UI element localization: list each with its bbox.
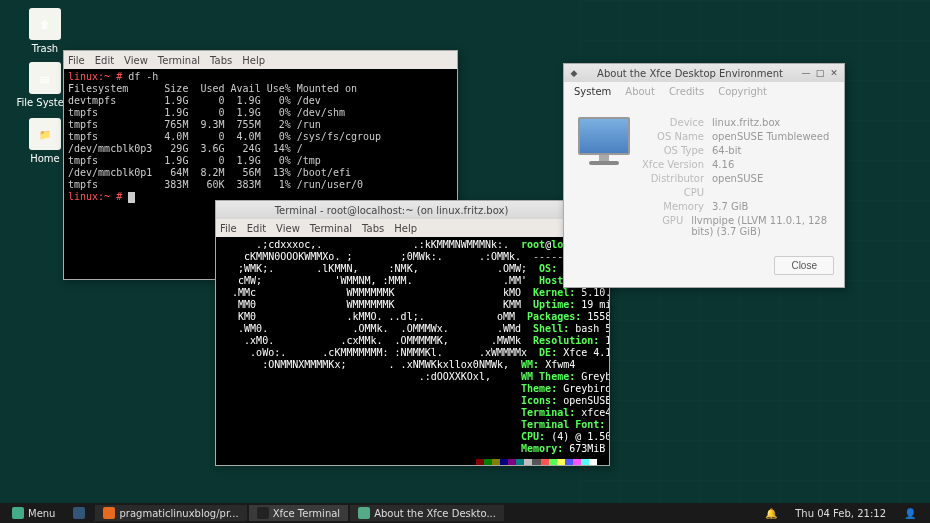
drive-icon: 🖴 [29,62,61,94]
taskbar-item-label: pragmaticlinuxblog/pr... [119,508,238,519]
tab-copyright[interactable]: Copyright [718,86,767,97]
menu-edit[interactable]: Edit [247,223,266,234]
info-key: OS Type [642,145,712,156]
menu-view[interactable]: View [276,223,300,234]
terminal-output[interactable]: .;cdxxxoc,. .:kKMMMNWMMMNk:. root@localh… [216,237,609,465]
info-key: OS Name [642,131,712,142]
maximize-button[interactable]: □ [814,67,826,79]
tab-about[interactable]: About [625,86,655,97]
menu-file[interactable]: File [220,223,237,234]
titlebar[interactable]: ◆ About the Xfce Desktop Environment — □… [564,64,844,82]
minimize-button[interactable]: — [800,67,812,79]
taskbar-item-terminal[interactable]: Xfce Terminal [249,505,348,521]
info-key: Device [642,117,712,128]
tab-system[interactable]: System [574,86,611,97]
info-value: 64-bit [712,145,741,156]
tray-user-icon[interactable]: 👤 [896,505,924,521]
info-value: linux.fritz.box [712,117,780,128]
menu-button[interactable]: Menu [4,505,63,521]
info-key: GPU [642,215,691,237]
info-value: openSUSE [712,173,763,184]
folder-icon: 📁 [29,118,61,150]
menu-label: Menu [28,508,55,519]
window-title: Terminal - root@localhost:~ (on linux.fr… [220,205,563,216]
firefox-icon [103,507,115,519]
info-key: Distributor [642,173,712,184]
info-key: Memory [642,201,712,212]
info-value: llvmpipe (LLVM 11.0.1, 128 bits) (3.7 Gi… [691,215,830,237]
clock[interactable]: Thu 04 Feb, 21:12 [787,505,894,521]
menubar: File Edit View Terminal Tabs Help [216,219,609,237]
info-key: CPU [642,187,712,198]
desktop-icon-trash[interactable]: 🗑 Trash [15,8,75,54]
close-button[interactable]: ✕ [828,67,840,79]
tray-notification-icon[interactable]: 🔔 [757,505,785,521]
about-icon [358,507,370,519]
menu-edit[interactable]: Edit [95,55,114,66]
menu-view[interactable]: View [124,55,148,66]
menu-terminal[interactable]: Terminal [158,55,200,66]
menu-terminal[interactable]: Terminal [310,223,352,234]
info-value: 4.16 [712,159,734,170]
tab-bar: System About Credits Copyright [564,82,844,103]
taskbar-item-label: Xfce Terminal [273,508,340,519]
menu-icon [12,507,24,519]
show-desktop-button[interactable] [65,505,93,521]
menu-help[interactable]: Help [394,223,417,234]
menu-help[interactable]: Help [242,55,265,66]
terminal-icon [257,507,269,519]
system-info-table: Devicelinux.fritz.boxOS NameopenSUSE Tum… [642,117,830,240]
menubar: File Edit View Terminal Tabs Help [64,51,457,69]
titlebar[interactable]: Terminal - root@localhost:~ (on linux.fr… [216,201,609,219]
info-value: openSUSE Tumbleweed [712,131,829,142]
menu-file[interactable]: File [68,55,85,66]
taskbar-item-firefox[interactable]: pragmaticlinuxblog/pr... [95,505,246,521]
info-value: 3.7 GiB [712,201,748,212]
clock-label: Thu 04 Feb, 21:12 [795,508,886,519]
taskbar-item-label: About the Xfce Deskto... [374,508,496,519]
window-title: About the Xfce Desktop Environment [582,68,798,79]
menu-tabs[interactable]: Tabs [362,223,384,234]
close-button[interactable]: Close [774,256,834,275]
about-xfce-window[interactable]: ◆ About the Xfce Desktop Environment — □… [563,63,845,288]
tab-credits[interactable]: Credits [669,86,704,97]
taskbar-item-about[interactable]: About the Xfce Deskto... [350,505,504,521]
trash-icon: 🗑 [29,8,61,40]
menu-tabs[interactable]: Tabs [210,55,232,66]
window-icon: ◆ [568,67,580,79]
computer-icon [578,117,630,172]
desktop-icon [73,507,85,519]
info-key: Xfce Version [642,159,712,170]
terminal-window-neofetch[interactable]: Terminal - root@localhost:~ (on linux.fr… [215,200,610,466]
taskbar: Menu pragmaticlinuxblog/pr... Xfce Termi… [0,503,930,523]
